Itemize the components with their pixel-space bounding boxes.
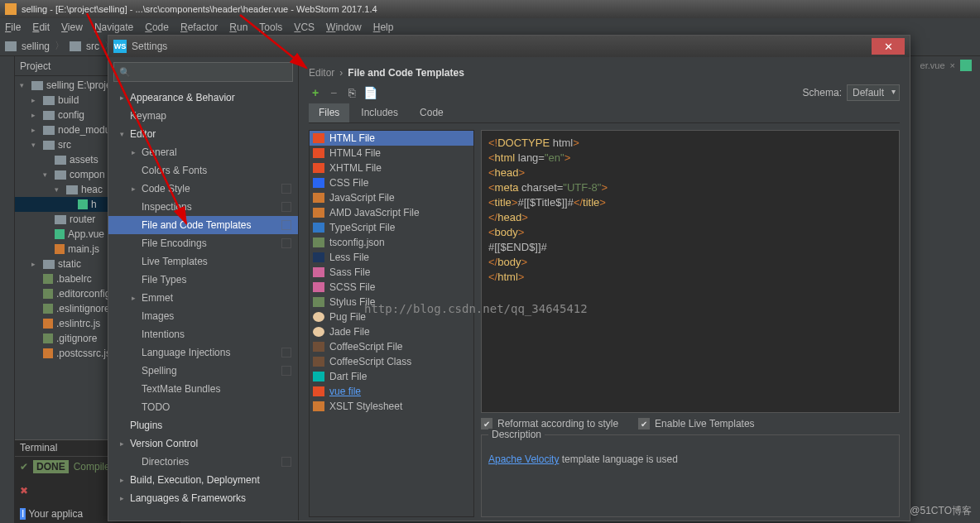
close-button[interactable]: ✕: [872, 38, 905, 55]
file-type-icon: [313, 357, 324, 367]
project-scope-icon: [281, 457, 291, 467]
template-item[interactable]: Dart File: [310, 369, 473, 384]
file-icon: [43, 333, 53, 343]
reformat-checkbox[interactable]: ✔Reformat according to style: [481, 418, 618, 430]
settings-nav-item[interactable]: Images: [108, 307, 298, 325]
settings-nav-tree[interactable]: ▸Appearance & BehaviorKeymap▾Editor▸Gene…: [108, 57, 299, 521]
project-panel-title: Project: [20, 60, 50, 72]
menu-help[interactable]: Help: [373, 22, 394, 33]
settings-nav-item[interactable]: Live Templates: [108, 252, 298, 271]
menu-run[interactable]: Run: [229, 22, 247, 33]
project-scope-icon: [281, 366, 291, 376]
menu-view[interactable]: View: [61, 22, 83, 33]
settings-nav-item[interactable]: TextMate Bundles: [108, 380, 298, 398]
watermark: @51CTO博客: [910, 504, 972, 518]
file-type-icon: [313, 208, 324, 218]
app-icon: [5, 3, 17, 15]
folder-icon: [31, 81, 43, 90]
template-code-editor[interactable]: <!DOCTYPE html><html lang="en"><head> <m…: [481, 130, 900, 413]
settings-nav-item[interactable]: Keymap: [108, 107, 298, 125]
settings-nav-item[interactable]: File Encodings: [108, 234, 298, 252]
menu-navigate[interactable]: Navigate: [94, 22, 133, 33]
template-item[interactable]: JavaScript File: [310, 190, 473, 205]
menu-edit[interactable]: Edit: [32, 22, 50, 33]
file-type-icon: [313, 223, 324, 233]
template-item[interactable]: tsconfig.json: [310, 235, 473, 250]
copy-icon[interactable]: ⎘: [345, 86, 358, 99]
template-item[interactable]: HTML File: [310, 131, 473, 146]
menu-vcs[interactable]: VCS: [294, 22, 315, 33]
menu-refactor[interactable]: Refactor: [180, 22, 218, 33]
template-item[interactable]: XSLT Stylesheet: [310, 399, 473, 414]
file-type-icon: [313, 193, 324, 203]
close-icon[interactable]: ×: [950, 60, 955, 70]
settings-nav-item[interactable]: File Types: [108, 271, 298, 289]
settings-nav-item[interactable]: ▸Appearance & Behavior: [108, 89, 298, 107]
settings-nav-item[interactable]: Plugins: [108, 416, 298, 434]
schema-dropdown[interactable]: Default: [847, 84, 900, 101]
tab-files[interactable]: Files: [309, 103, 349, 122]
template-item[interactable]: Less File: [310, 250, 473, 265]
template-item[interactable]: Jade File: [310, 324, 473, 339]
velocity-link[interactable]: Apache Velocity: [488, 453, 559, 465]
settings-nav-item[interactable]: Language Injections: [108, 343, 298, 362]
done-badge: DONE: [33, 460, 69, 473]
template-list[interactable]: HTML FileHTML4 FileXHTML FileCSS FileJav…: [309, 130, 474, 517]
menu-file[interactable]: File: [5, 22, 21, 33]
template-item[interactable]: SCSS File: [310, 280, 473, 295]
template-tabs[interactable]: FilesIncludesCode: [309, 103, 900, 123]
webstorm-icon: WS: [113, 40, 127, 53]
file-type-icon: [313, 267, 324, 277]
settings-nav-item[interactable]: ▸General: [108, 143, 298, 161]
live-templates-checkbox[interactable]: ✔Enable Live Templates: [638, 418, 755, 430]
settings-nav-item[interactable]: Spelling: [108, 362, 298, 380]
file-icon: [43, 304, 53, 314]
settings-nav-item[interactable]: Directories: [108, 453, 298, 471]
settings-nav-item[interactable]: ▸Build, Execution, Deployment: [108, 471, 298, 489]
breadcrumb-item[interactable]: selling: [22, 41, 50, 52]
tab-code[interactable]: Code: [410, 103, 454, 122]
window-title: selling - [E:\project\selling] - ...\src…: [22, 4, 377, 14]
settings-nav-item[interactable]: Colors & Fonts: [108, 161, 298, 180]
template-item[interactable]: CoffeeScript File: [310, 339, 473, 354]
settings-nav-item[interactable]: Inspections: [108, 198, 298, 216]
search-input[interactable]: [113, 62, 293, 82]
vue-icon: [55, 229, 65, 239]
add-icon[interactable]: +: [309, 86, 322, 99]
settings-nav-item[interactable]: ▸Emmet: [108, 289, 298, 307]
main-menubar[interactable]: FileEditViewNavigateCodeRefactorRunTools…: [0, 18, 980, 36]
file-type-icon: [313, 238, 324, 247]
template-item[interactable]: XHTML File: [310, 161, 473, 175]
project-scope-icon: [281, 348, 291, 357]
js-icon: [55, 244, 65, 254]
template-item[interactable]: vue file: [310, 384, 473, 399]
template-item[interactable]: CSS File: [310, 175, 473, 190]
settings-nav-item[interactable]: ▸Code Style: [108, 180, 298, 198]
menu-code[interactable]: Code: [145, 22, 169, 33]
template-item[interactable]: TypeScript File: [310, 220, 473, 235]
tool-strip-left[interactable]: [0, 56, 15, 523]
project-scope-icon: [281, 238, 291, 248]
remove-icon[interactable]: −: [327, 86, 340, 99]
template-item[interactable]: Sass File: [310, 265, 473, 280]
settings-nav-item[interactable]: ▸Languages & Frameworks: [108, 489, 298, 507]
folder-icon: [43, 260, 55, 269]
paste-icon[interactable]: 📄: [363, 86, 377, 99]
template-item[interactable]: CoffeeScript Class: [310, 354, 473, 369]
folder-icon: [43, 126, 55, 135]
editor-tab[interactable]: er.vue ×: [920, 60, 972, 71]
settings-nav-item[interactable]: File and Code Templates: [108, 216, 298, 234]
tab-includes[interactable]: Includes: [351, 103, 408, 122]
description-box: Description Apache Velocity template lan…: [481, 434, 900, 517]
template-item[interactable]: HTML4 File: [310, 146, 473, 161]
settings-nav-item[interactable]: Intentions: [108, 325, 298, 343]
menu-window[interactable]: Window: [326, 22, 362, 33]
file-type-icon: [313, 327, 324, 337]
settings-dialog-titlebar[interactable]: WS Settings ✕: [108, 36, 910, 57]
settings-nav-item[interactable]: ▾Editor: [108, 125, 298, 143]
settings-nav-item[interactable]: ▸Version Control: [108, 434, 298, 453]
breadcrumb-item[interactable]: src: [86, 41, 99, 52]
template-item[interactable]: AMD JavaScript File: [310, 205, 473, 220]
settings-nav-item[interactable]: TODO: [108, 398, 298, 416]
menu-tools[interactable]: Tools: [259, 22, 282, 33]
